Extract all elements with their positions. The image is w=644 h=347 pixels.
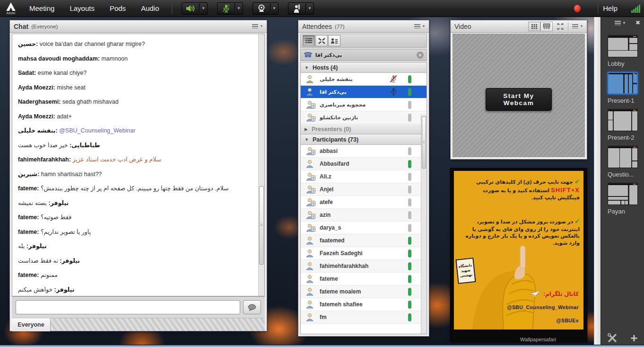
layout-thumbnail[interactable] xyxy=(608,109,638,131)
help-menu[interactable]: Help xyxy=(603,4,618,12)
sidebar-close-icon[interactable]: ✖ xyxy=(635,19,640,26)
host-rows: بنفشه خلیلیبی‌دکتر اقامحجوبه میرناصریناز… xyxy=(301,73,426,124)
attendee-name: بنفشه خلیلی xyxy=(320,76,353,82)
telegram-channel-label: کانال تلگرام: xyxy=(543,291,579,297)
layout-option-payan[interactable]: Payan xyxy=(608,183,644,215)
menu-pods[interactable]: Pods xyxy=(102,0,133,17)
webcam-button[interactable] xyxy=(252,2,270,15)
participant-row[interactable]: faatemed xyxy=(301,234,426,247)
participant-row[interactable]: Faezeh Sadeghi xyxy=(301,247,426,260)
participant-row[interactable]: fm xyxy=(301,311,426,324)
chat-send-button[interactable] xyxy=(243,300,261,314)
microphone-button[interactable] xyxy=(217,2,235,15)
chat-message-area: حسین: voice ba'dan dar channel gharar mi… xyxy=(12,34,265,296)
webcam-icon xyxy=(257,4,266,13)
host-row[interactable]: بنفشه خلیلی xyxy=(301,73,426,86)
attendees-scrollbar[interactable] xyxy=(421,115,426,334)
chat-message: Ayda Moezzi: mishe seat xyxy=(18,84,258,91)
recording-indicator-icon[interactable] xyxy=(574,5,581,12)
chat-scrollbar-thumb[interactable] xyxy=(259,186,264,265)
video-pod-menu-icon[interactable]: ▼ xyxy=(572,24,583,28)
participant-row[interactable]: azin xyxy=(301,209,426,222)
layout-option-questio[interactable]: Questio... xyxy=(608,146,644,178)
attendee-name: Anjel xyxy=(320,186,333,193)
menu-audio[interactable]: Audio xyxy=(133,0,166,17)
layout-option-present1[interactable]: Present-1 xyxy=(608,72,644,104)
grid-view-button[interactable] xyxy=(528,22,540,31)
chat-scope-label: (Everyone) xyxy=(31,24,58,29)
layout-thumbnail[interactable] xyxy=(608,146,638,168)
attendee-name: fateme moalem xyxy=(320,288,361,295)
attendee-name: fatemeh shafiee xyxy=(320,301,363,308)
layout-thumbnail[interactable] xyxy=(608,35,638,57)
participant-row[interactable]: Anjel xyxy=(301,183,426,196)
filmstrip-view-button[interactable] xyxy=(540,22,553,31)
attendees-scrollbar-thumb[interactable] xyxy=(422,116,426,169)
attendees-pod-menu-icon[interactable]: ▼ xyxy=(414,24,425,28)
add-layout-icon[interactable]: + xyxy=(630,333,637,343)
chat-message-input[interactable] xyxy=(16,300,240,314)
menu-layouts[interactable]: Layouts xyxy=(62,0,102,17)
chat-pod-header: Chat (Everyone) ▼ xyxy=(10,20,267,33)
chat-scrollbar[interactable] xyxy=(258,34,264,296)
webcam-dropdown[interactable]: ▼ xyxy=(270,2,278,15)
chat-message: حسین: voice ba'dan dar channel gharar mi… xyxy=(18,41,258,48)
microphone-dropdown[interactable]: ▼ xyxy=(235,2,243,15)
chat-message-list: حسین: voice ba'dan dar channel gharar mi… xyxy=(12,34,258,296)
chat-message-text: پاور یا تصویر نداریم؟ xyxy=(39,229,91,235)
participant-row[interactable]: fateme xyxy=(301,273,426,285)
sidebar-footer: + xyxy=(601,333,644,343)
menu-meeting[interactable]: Meeting xyxy=(22,0,62,17)
presenters-section-label: Presenters (0) xyxy=(312,126,351,133)
attendee-list-view-button[interactable] xyxy=(303,35,315,46)
status-pill xyxy=(408,160,411,168)
participant-row[interactable]: abbasi xyxy=(301,145,426,158)
chat-message-text: mamnoon xyxy=(100,55,128,62)
layout-tools-icon[interactable] xyxy=(607,333,618,343)
start-webcam-button[interactable]: Start My Webcam xyxy=(486,88,552,111)
layout-option-lobby[interactable]: Lobby xyxy=(608,35,644,67)
attendee-status-view-button[interactable] xyxy=(328,35,340,46)
fullscreen-icon[interactable] xyxy=(557,23,564,30)
chat-message-text[interactable]: @SBU_Counseling_Webinar xyxy=(58,127,136,134)
attendee-name: Faezeh Sadeghi xyxy=(320,250,363,257)
breakout-view-button[interactable] xyxy=(315,35,328,46)
sidebar-menu-icon[interactable]: ▼ xyxy=(615,21,626,25)
collapse-triangle-icon: ▼ xyxy=(305,65,309,70)
section-participants[interactable]: ▼ Participants (73) xyxy=(301,134,426,145)
connection-signal-icon[interactable] xyxy=(631,4,640,13)
speaker-dropdown[interactable]: ▼ xyxy=(200,2,208,15)
host-row[interactable]: نازنین خانکشلو xyxy=(301,111,426,124)
participant-row[interactable]: darya_s xyxy=(301,222,426,234)
person-mobile-icon xyxy=(305,100,316,109)
person-list-icon xyxy=(331,38,338,44)
participant-row[interactable]: Ali.z xyxy=(301,170,426,183)
status-pill xyxy=(408,147,411,155)
attendee-name: Ali.z xyxy=(320,173,331,180)
close-icon[interactable]: ✕ xyxy=(417,52,424,59)
tab-everyone[interactable]: Everyone xyxy=(12,318,51,331)
attendee-name: abbasi xyxy=(320,148,338,154)
poster-shortcut-key: SHIFT+X xyxy=(551,187,580,194)
raise-hand-dropdown[interactable]: ▼ xyxy=(306,2,314,15)
section-presenters[interactable]: ▶ Presenters (0) xyxy=(301,124,426,134)
host-row[interactable]: محجوبه میرناصری xyxy=(301,98,426,111)
participant-row[interactable]: fahimehfarahkhah xyxy=(301,260,426,273)
raise-hand-button[interactable] xyxy=(288,2,306,15)
participant-row[interactable]: atefe xyxy=(301,196,426,209)
host-row[interactable]: بی‌دکتر اقا xyxy=(301,86,426,98)
layout-option-present2[interactable]: Present-2 xyxy=(608,109,644,141)
attendee-name: محجوبه میرناصری xyxy=(320,102,366,108)
participant-row[interactable]: fateme moalem xyxy=(301,285,426,298)
section-hosts[interactable]: ▼ Hosts (4) xyxy=(301,62,426,73)
attendee-name: بی‌دکتر اقا xyxy=(320,89,347,95)
chat-message: بنفشه خلیلی: @SBU_Counseling_Webinar xyxy=(18,127,258,134)
participant-row[interactable]: Abbasifard xyxy=(301,158,426,170)
participant-row[interactable]: fatemeh shafiee xyxy=(301,298,426,311)
status-pill xyxy=(408,262,411,270)
layout-thumbnail[interactable] xyxy=(608,183,638,205)
layout-thumbnail[interactable] xyxy=(608,72,638,94)
speaker-button[interactable] xyxy=(182,2,200,15)
chat-pod-menu-icon[interactable]: ▼ xyxy=(252,24,263,28)
stage-scroll-strip[interactable] xyxy=(594,17,600,347)
